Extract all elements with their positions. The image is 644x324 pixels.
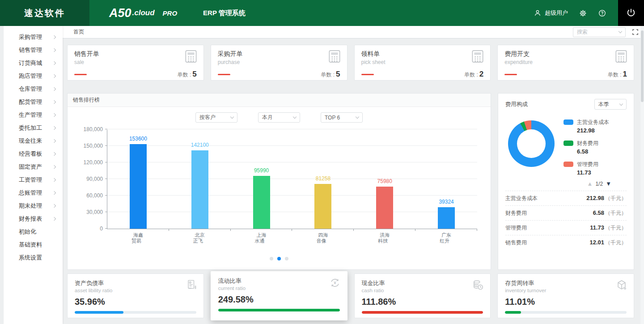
username-label: 超级用户: [545, 9, 568, 17]
sidebar-item[interactable]: 期末处理: [4, 199, 63, 212]
count-value: 2: [479, 70, 483, 78]
expense-row-label: 管理费用: [505, 224, 527, 232]
kpi-card[interactable]: 资产负债率asset libility ratio35.96%: [67, 273, 204, 318]
kpi-card[interactable]: 流动比率current ratio¥249.58%: [211, 271, 347, 320]
kpi-card[interactable]: 现金比率cash ratio111.86%: [354, 273, 491, 318]
bar[interactable]: [253, 176, 270, 229]
bar[interactable]: [191, 150, 208, 229]
product-brand: A50 .cloud PRO ERP 管理系统: [109, 0, 246, 26]
sidebar-item[interactable]: 生产管理: [4, 108, 63, 121]
carousel-dot[interactable]: [270, 257, 273, 260]
kpi-subtitle: current ratio: [218, 286, 340, 291]
pager-position: 1/2: [595, 181, 603, 187]
accent-dash: [361, 74, 374, 75]
chevron-right-icon: [52, 61, 56, 64]
filter-value: TOP 6: [325, 115, 356, 121]
tab-home[interactable]: 首页: [73, 28, 84, 36]
filter-value: 本月: [262, 114, 293, 121]
legend-item: 财务费用6.58: [564, 140, 609, 155]
logout-power-button[interactable]: [618, 0, 644, 26]
expense-row-unit: （千元）: [605, 195, 627, 201]
sales-ranking-header: 销售排行榜: [68, 94, 491, 107]
expense-row-value: 12.01: [589, 239, 604, 246]
sidebar-item[interactable]: 经营看板: [4, 147, 63, 160]
legend-swatch: [564, 162, 573, 167]
settings-gear-icon[interactable]: [579, 9, 587, 17]
product-edition: PRO: [163, 9, 178, 17]
user-menu[interactable]: 超级用户: [534, 9, 568, 17]
chart-filter-select[interactable]: TOP 6: [321, 112, 363, 123]
kpi-value: 249.58%: [218, 294, 340, 305]
donut-legend: 主营业务成本212.98财务费用6.58管理费用11.73: [564, 119, 609, 176]
pager-up-icon[interactable]: ▲: [587, 180, 593, 187]
sidebar-item[interactable]: 总账管理: [4, 186, 63, 199]
accent-dash: [218, 74, 230, 75]
sidebar-item-label: 配货管理: [19, 98, 53, 106]
bar-value-label: 153600: [129, 136, 147, 142]
fullscreen-icon[interactable]: [632, 29, 639, 35]
count-label: 单数 :: [464, 72, 478, 78]
carousel-dot[interactable]: [285, 257, 288, 260]
sidebar-item[interactable]: 配货管理: [4, 95, 63, 108]
sidebar-item[interactable]: 系统设置: [4, 251, 63, 264]
bar-value-label: 75980: [377, 178, 392, 184]
x-axis-label: 四海音像: [292, 232, 354, 244]
bar[interactable]: [130, 144, 147, 229]
sidebar-item[interactable]: 固定资产: [4, 160, 63, 173]
stat-card[interactable]: 费用开支expenditure单数 :1: [497, 45, 634, 81]
chart-filter-select[interactable]: 本月: [258, 112, 300, 123]
chevron-down-icon: [293, 115, 297, 119]
sidebar-item[interactable]: 订货商城: [4, 56, 63, 69]
kpi-progress: [75, 311, 196, 314]
y-axis-label: 120,000: [66, 159, 103, 166]
bar-slot: 81258四海音像: [292, 130, 354, 229]
sidebar-item[interactable]: 财务报表: [4, 212, 63, 225]
sidebar-item-label: 订货商城: [19, 59, 53, 67]
chevron-right-icon: [52, 152, 56, 155]
sidebar-item[interactable]: 现金往来: [4, 134, 63, 147]
chevron-down-icon: [619, 102, 623, 105]
stat-card[interactable]: 采购开单purchase单数 :5: [211, 45, 347, 81]
bar[interactable]: [376, 187, 393, 229]
sidebar-item[interactable]: 基础资料: [4, 238, 63, 251]
expense-row-label: 销售费用: [505, 239, 527, 247]
sidebar-item[interactable]: 委托加工: [4, 121, 63, 134]
sidebar-item[interactable]: 采购管理: [4, 30, 63, 43]
expense-row: 管理费用11.73（千元）: [505, 220, 627, 235]
legend-pager: ▲ 1/2 ▼: [505, 180, 611, 187]
kpi-title: 资产负债率: [75, 279, 196, 287]
bar[interactable]: [314, 184, 331, 229]
page-scrollbar[interactable]: [640, 26, 644, 324]
legend-swatch: [564, 119, 573, 125]
bar-value-label: 95990: [254, 167, 269, 174]
calculator-icon: [615, 50, 627, 65]
scrollbar-thumb[interactable]: [641, 30, 644, 102]
carousel-dot[interactable]: [277, 257, 281, 260]
search-input[interactable]: 搜索: [573, 27, 626, 37]
chevron-right-icon: [52, 165, 56, 168]
sidebar-item[interactable]: 跑店管理: [4, 69, 63, 82]
kpi-value: 111.86%: [362, 297, 483, 307]
sidebar-item[interactable]: 初始化: [4, 225, 63, 238]
kpi-card[interactable]: 存货周转率inventory turnover11.01%: [497, 273, 634, 318]
chart-filter-select[interactable]: 按客户: [195, 112, 237, 123]
x-axis-label: 广东红升: [415, 232, 477, 244]
chevron-right-icon: [52, 217, 56, 220]
legend-label: 管理费用: [577, 161, 598, 168]
bar[interactable]: [438, 207, 455, 229]
stat-card[interactable]: 领料单pick sheet单数 :2: [354, 45, 491, 81]
kpi-subtitle: inventory turnover: [505, 288, 627, 293]
pager-down-icon[interactable]: ▼: [606, 180, 611, 187]
x-axis-tick: [477, 229, 477, 231]
legend-label: 主营业务成本: [577, 119, 609, 126]
sidebar-item[interactable]: 仓库管理: [4, 82, 63, 95]
legend-swatch: [564, 141, 573, 146]
period-select[interactable]: 本季: [594, 99, 627, 110]
sidebar-item[interactable]: 销售管理: [4, 43, 63, 56]
sidebar-item[interactable]: 工资管理: [4, 173, 63, 186]
stat-card[interactable]: 销售开单sale单数 :5: [67, 45, 204, 81]
help-icon[interactable]: [598, 9, 606, 17]
expense-row: 财务费用6.58（千元）: [505, 205, 627, 220]
chevron-right-icon: [52, 126, 56, 129]
expense-row-unit: （千元）: [605, 210, 627, 216]
